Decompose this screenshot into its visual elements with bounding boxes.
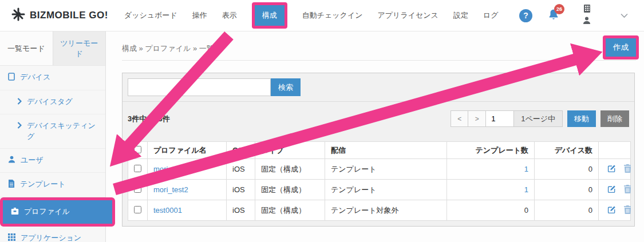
asterisk-logo-icon [11, 7, 25, 23]
chevron-down-icon[interactable] [621, 10, 628, 21]
nav-dashboard[interactable]: ダッシュボード [124, 10, 177, 21]
type-cell: 固定（構成） [255, 159, 325, 180]
trash-icon[interactable] [624, 205, 631, 216]
nav-app-license[interactable]: アプリライセンス [377, 10, 438, 21]
account-button[interactable] [583, 5, 591, 26]
select-all-checkbox[interactable] [134, 146, 141, 153]
col-profile-name: プロファイル名 [148, 142, 227, 159]
table-row: mori_test1 iOS 固定（構成） テンプレート 1 0 [128, 159, 631, 180]
device-icon [8, 73, 15, 84]
trash-icon[interactable] [624, 164, 631, 174]
edit-icon[interactable] [607, 205, 616, 216]
nav-display[interactable]: 表示 [222, 10, 237, 21]
type-cell: 固定（構成） [255, 200, 325, 221]
type-cell: 固定（構成） [255, 180, 325, 200]
table-row: mori_test2 iOS 固定（構成） テンプレート 1 0 [128, 180, 631, 200]
create-button[interactable]: 作成 [606, 38, 636, 57]
profile-table-wrap: プロファイル名 OS タイプ 配信 テンプレート数 デバイス数 mori_t [128, 141, 629, 221]
edit-icon[interactable] [607, 185, 616, 195]
sidebar-item-templates[interactable]: テンプレート [0, 173, 105, 197]
col-type: タイプ [255, 142, 325, 159]
delivery-cell: テンプレート対象外 [325, 200, 447, 221]
main-content: 構成 » プロファイル » 一覧 作成 検索 3件中1～3件 < > 1ページ中… [106, 31, 644, 242]
chevron-right-icon [17, 121, 22, 132]
help-icon[interactable]: ? [519, 9, 532, 22]
brand-logo[interactable]: BIZMOBILE GO! [11, 7, 108, 23]
notification-count-badge: 26 [554, 4, 564, 14]
breadcrumb-divider [122, 60, 636, 61]
user-icon [583, 16, 591, 26]
search-button[interactable]: 検索 [271, 78, 301, 96]
grid-icon [8, 233, 15, 242]
sidebar-item-label: テンプレート [20, 179, 66, 189]
tab-list-mode[interactable]: 一覧モード [0, 31, 53, 65]
search-row: 検索 [123, 73, 634, 101]
result-summary: 3件中1～3件 [128, 114, 170, 124]
row-checkbox[interactable] [134, 185, 141, 193]
delete-button[interactable]: 削除 [600, 110, 629, 127]
building-icon [583, 5, 591, 15]
template-count-cell: 0 [447, 200, 535, 221]
trash-icon[interactable] [624, 185, 631, 195]
row-checkbox[interactable] [134, 206, 141, 213]
tab-tree-mode[interactable]: ツリーモード [53, 31, 106, 65]
os-cell: iOS [227, 159, 255, 180]
breadcrumb: 構成 » プロファイル » 一覧 [122, 43, 214, 54]
prev-page-button[interactable]: < [451, 110, 468, 127]
sidebar-mode-tabs: 一覧モード ツリーモード [0, 31, 105, 66]
col-delivery: 配信 [325, 142, 447, 159]
sidebar-item-profile-annotation: プロファイル [0, 197, 115, 227]
search-input[interactable] [128, 78, 271, 96]
profile-name-link[interactable]: test0001 [153, 206, 182, 215]
top-header: BIZMOBILE GO! ダッシュボード 操作 表示 構成 自動チェックイン … [0, 0, 644, 31]
template-count-link[interactable]: 1 [524, 165, 528, 173]
profile-table: プロファイル名 OS タイプ 配信 テンプレート数 デバイス数 mori_t [128, 141, 631, 221]
profile-name-link[interactable]: mori_test2 [153, 185, 188, 194]
device-count-cell: 0 [535, 200, 599, 221]
row-checkbox[interactable] [134, 165, 141, 172]
template-count-link[interactable]: 1 [524, 185, 528, 194]
sidebar: 一覧モード ツリーモード デバイス デバイスタグ [0, 31, 106, 242]
device-count-cell: 0 [535, 159, 599, 180]
template-file-icon [8, 180, 15, 191]
table-row: test0001 iOS 固定（構成） テンプレート対象外 0 0 [128, 200, 631, 221]
briefcase-icon [11, 207, 19, 217]
nav-configuration[interactable]: 構成 [255, 5, 285, 26]
sidebar-item-users[interactable]: ユーザ [0, 149, 105, 173]
sidebar-item-label: アプリケーション [21, 233, 81, 242]
sidebar-item-label: ユーザ [21, 155, 44, 165]
bizmobile-go-app: BIZMOBILE GO! ダッシュボード 操作 表示 構成 自動チェックイン … [0, 0, 644, 242]
brand-title: BIZMOBILE GO! [30, 10, 108, 21]
device-count-cell: 0 [535, 180, 599, 200]
user-icon [8, 156, 15, 166]
pagination: < > 1ページ中 移動 削除 [451, 110, 629, 127]
sidebar-item-device-tags[interactable]: デバイスタグ [0, 90, 105, 114]
sidebar-item-label: デバイスキッティング [27, 121, 97, 141]
nav-operation[interactable]: 操作 [192, 10, 207, 21]
delivery-cell: テンプレート [325, 180, 447, 200]
sidebar-item-profile[interactable]: プロファイル [3, 200, 112, 224]
sidebar-item-device-kitting[interactable]: デバイスキッティング [0, 114, 105, 148]
col-device-count: デバイス数 [535, 142, 599, 159]
col-os: OS [227, 142, 255, 159]
header-right-icons: ? 26 [519, 5, 636, 26]
edit-icon[interactable] [607, 164, 616, 174]
create-button-annotation: 作成 [603, 35, 639, 59]
nav-log[interactable]: ログ [483, 10, 499, 21]
next-page-button[interactable]: > [468, 110, 486, 127]
delivery-cell: テンプレート [325, 159, 447, 180]
page-total-label: 1ページ中 [514, 110, 563, 127]
notifications-button[interactable]: 26 [547, 8, 560, 23]
sidebar-item-devices[interactable]: デバイス [0, 66, 105, 90]
os-cell: iOS [227, 180, 255, 200]
page-number-input[interactable] [486, 110, 514, 127]
os-cell: iOS [227, 200, 255, 221]
col-actions [599, 142, 631, 159]
profile-name-link[interactable]: mori_test1 [153, 165, 188, 173]
col-template-count: テンプレート数 [447, 142, 535, 159]
move-page-button[interactable]: 移動 [567, 110, 596, 127]
nav-settings[interactable]: 設定 [453, 10, 468, 21]
sidebar-item-applications[interactable]: アプリケーション [0, 227, 105, 242]
nav-auto-checkin[interactable]: 自動チェックイン [302, 10, 363, 21]
table-header-row: プロファイル名 OS タイプ 配信 テンプレート数 デバイス数 [128, 142, 631, 159]
